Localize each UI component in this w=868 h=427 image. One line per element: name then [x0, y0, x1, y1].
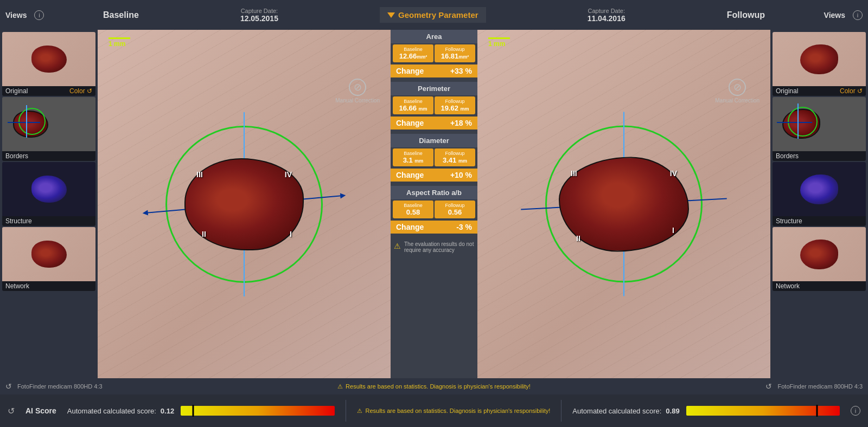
ai-score-icon: ↺ [8, 406, 15, 416]
area-followup-cell: Followup 16.81mm² [435, 44, 475, 62]
perimeter-section-title: Perimeter [391, 82, 477, 95]
diameter-followup-value: 3.41 mm [436, 156, 474, 164]
followup-scale-text: 1 mm [488, 40, 505, 48]
area-data-row: Baseline 12.66mm² Followup 16.81mm² [391, 43, 477, 63]
thumb-color-left[interactable]: Color ↺ [69, 87, 92, 95]
baseline-ai-score-section: Automated calculated score: 0.12 [67, 406, 335, 416]
geometry-param-button[interactable]: Geometry Parameter [380, 7, 486, 23]
ai-warning-icon: ⚠ [357, 407, 362, 415]
followup-ai-score-section: Automated calculated score: 0.89 [572, 406, 840, 416]
followup-lesion-container: IV III I II [559, 157, 689, 251]
bottom-warning-text: Results are based on statistics. Diagnos… [346, 383, 531, 390]
aspect-ratio-section-title: Aspect Ratio a/b [391, 186, 477, 199]
right-views-header: Views i [765, 10, 863, 20]
followup-score-marker [816, 405, 818, 417]
thumb-label-borders-right: Borders [776, 152, 799, 160]
area-baseline-value: 12.66mm² [394, 52, 432, 60]
thumb-color-right[interactable]: Color ↺ [840, 87, 863, 95]
left-sidebar: Original Color ↺ Borders Structure [0, 30, 98, 378]
ai-score-label: AI Score [25, 406, 56, 415]
followup-manual-correction-label: Manual Correction [715, 98, 760, 103]
thumb-label-original-left: Original [5, 87, 28, 95]
sidebar-item-network-left[interactable]: Network [2, 227, 95, 291]
aspect-followup-value: 0.56 [436, 208, 474, 216]
left-views-info-icon[interactable]: i [34, 10, 44, 20]
thumb-label-original-right: Original [776, 87, 798, 95]
baseline-refresh-icon: ↺ [5, 382, 12, 391]
baseline-scale-line [108, 37, 130, 39]
thumb-label-network-right: Network [776, 282, 800, 290]
followup-lesion: IV III I II [559, 157, 689, 251]
perimeter-followup-value: 19.62 mm [436, 104, 474, 112]
diameter-baseline-cell: Baseline 3.1 mm [393, 148, 433, 166]
sidebar-item-borders-left[interactable]: Borders [2, 97, 95, 161]
perimeter-change-row: Change +18 % [391, 117, 477, 130]
followup-score-value: 0.89 [666, 407, 679, 415]
area-change-row: Change +33 % [391, 64, 477, 77]
followup-quadrant-ii: II [576, 234, 580, 242]
baseline-capture-date-value: 12.05.2015 [240, 14, 278, 23]
baseline-quadrant-i: I [290, 230, 292, 238]
sidebar-item-original-right[interactable]: Original Color ↺ [773, 32, 866, 96]
followup-refresh-icon: ↺ [765, 382, 772, 391]
followup-camera-label: FotoFinder medicam 800HD 4:3 [777, 383, 863, 390]
perimeter-followup-cell: Followup 19.62 mm [435, 96, 475, 114]
followup-image-panel: 1 mm ⊘ Manual Correction IV III I II [477, 30, 770, 378]
aspect-followup-label: Followup [436, 203, 474, 208]
followup-scale-line [488, 37, 510, 39]
geometry-param-label: Geometry Parameter [398, 10, 478, 20]
top-bar-main: Baseline Capture Date: 12.05.2015 Geomet… [103, 7, 765, 23]
diameter-followup-label: Followup [436, 151, 474, 156]
top-bar: Views i Baseline Capture Date: 12.05.201… [0, 0, 868, 30]
aspect-baseline-cell: Baseline 0.58 [393, 200, 433, 218]
ai-divider-2 [561, 400, 561, 422]
ai-info-icon[interactable]: i [851, 406, 860, 416]
diameter-change-row: Change +10 % [391, 169, 477, 182]
aspect-change-row: Change -3 % [391, 221, 477, 234]
baseline-manual-correction[interactable]: ⊘ Manual Correction [335, 79, 380, 103]
aspect-ratio-data-row: Baseline 0.58 Followup 0.56 [391, 199, 477, 219]
diameter-baseline-label: Baseline [394, 151, 432, 156]
followup-score-display: Automated calculated score: 0.89 [572, 407, 679, 415]
thumb-label-borders-left: Borders [5, 152, 28, 160]
followup-capture-date-label: Capture Date: [588, 8, 626, 14]
area-change-value: +33 % [450, 67, 472, 75]
geometry-warning: ⚠ The evaluation results do not require … [391, 238, 477, 256]
area-followup-value: 16.81mm² [436, 52, 474, 60]
perimeter-change-value: +18 % [450, 119, 472, 127]
area-baseline-cell: Baseline 12.66mm² [393, 44, 433, 62]
followup-score-text: Automated calculated score: [572, 407, 661, 415]
area-section-title: Area [391, 30, 477, 43]
baseline-score-value: 0.12 [161, 407, 174, 415]
diameter-followup-cell: Followup 3.41 mm [435, 148, 475, 166]
diameter-change-label: Change [396, 171, 424, 179]
baseline-gradient-bar [181, 406, 334, 416]
right-views-label: Views [824, 11, 845, 20]
followup-label: Followup [727, 10, 765, 20]
sidebar-item-borders-right[interactable]: Borders [773, 97, 866, 161]
left-views-label: Views [5, 11, 27, 20]
followup-scale-bar: 1 mm [488, 37, 510, 48]
thumb-label-network-left: Network [5, 282, 29, 290]
thumb-label-structure-left: Structure [5, 217, 32, 225]
sidebar-item-original-left[interactable]: Original Color ↺ [2, 32, 95, 96]
ai-warning: ⚠ Results are based on statistics. Diagn… [357, 407, 551, 415]
right-views-info-icon[interactable]: i [853, 10, 863, 20]
sidebar-item-network-right[interactable]: Network [773, 227, 866, 291]
followup-compass-icon: ⊘ [729, 79, 746, 96]
baseline-image-panel: 1 mm ⊘ Manual Correction IV III II I [98, 30, 391, 378]
baseline-scale-bar: 1 mm [108, 37, 130, 48]
diameter-baseline-value: 3.1 mm [394, 156, 432, 164]
right-sidebar: Original Color ↺ Borders Structure [770, 30, 868, 378]
geo-triangle-icon [387, 12, 395, 18]
area-baseline-label: Baseline [394, 47, 432, 52]
sidebar-item-structure-right[interactable]: Structure [773, 162, 866, 226]
aspect-baseline-value: 0.58 [394, 208, 432, 216]
baseline-scale-text: 1 mm [108, 40, 125, 48]
followup-manual-correction[interactable]: ⊘ Manual Correction [715, 79, 760, 103]
perimeter-change-label: Change [396, 119, 424, 127]
bottom-warning-icon: ⚠ [337, 383, 343, 390]
baseline-gradient-bar-container [181, 406, 334, 416]
main-content: Original Color ↺ Borders Structure [0, 30, 868, 378]
sidebar-item-structure-left[interactable]: Structure [2, 162, 95, 226]
